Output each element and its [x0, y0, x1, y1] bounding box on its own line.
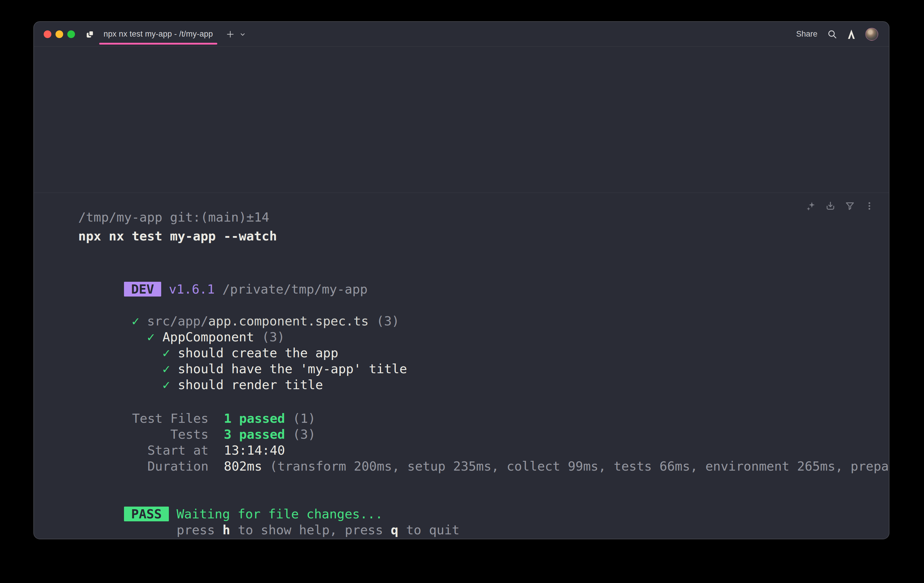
- key-h: h: [223, 522, 230, 537]
- pass-badge: PASS: [124, 507, 169, 521]
- more-vertical-icon[interactable]: [864, 201, 875, 211]
- warp-logo-icon[interactable]: [847, 29, 856, 39]
- minimize-button[interactable]: [56, 30, 63, 38]
- titlebar-right: Share: [796, 28, 878, 41]
- project-path: /private/tmp/my-app: [222, 282, 368, 296]
- dev-server-line: DEVv1.6.1/private/tmp/my-app: [78, 265, 889, 281]
- blocks-icon: [86, 30, 94, 39]
- active-tab-indicator: [99, 43, 217, 44]
- block-actions: [805, 201, 875, 211]
- check-icon: ✓: [162, 346, 170, 360]
- maximize-button[interactable]: [67, 30, 75, 38]
- close-button[interactable]: [44, 30, 51, 38]
- terminal-scrollback: [34, 47, 889, 193]
- check-icon: ✓: [162, 377, 170, 392]
- search-icon[interactable]: [827, 29, 838, 40]
- sparkles-icon[interactable]: [805, 201, 816, 211]
- terminal-window: npx nx test my-app - /t/my-app Share: [33, 21, 889, 539]
- new-tab-button[interactable]: [225, 29, 236, 40]
- titlebar[interactable]: npx nx test my-app - /t/my-app Share: [34, 22, 889, 47]
- tab-active[interactable]: npx nx test my-app - /t/my-app: [99, 22, 217, 46]
- window-controls: [44, 30, 75, 38]
- check-icon: ✓: [132, 314, 139, 328]
- summary-files-line: Test Files1 passed(1): [78, 394, 889, 410]
- check-icon: ✓: [147, 329, 155, 344]
- check-icon: ✓: [162, 361, 170, 376]
- avatar[interactable]: [865, 28, 878, 41]
- pass-status-line: PASSWaiting for file changes...: [78, 490, 889, 506]
- command-line: npx nx test my-app --watch: [78, 228, 889, 244]
- watch-message: Waiting for file changes...: [177, 507, 383, 521]
- download-icon[interactable]: [825, 201, 836, 211]
- share-button[interactable]: Share: [796, 30, 817, 39]
- dev-badge: DEV: [124, 282, 161, 296]
- prompt-line: /tmp/my-app git:(main)±14: [78, 209, 889, 225]
- test-file-line: ✓src/app/app.component.spec.ts(3): [78, 297, 889, 313]
- vitest-version: v1.6.1: [169, 282, 214, 296]
- filter-icon[interactable]: [845, 201, 855, 211]
- command-block: /tmp/my-app git:(main)±14 npx nx test my…: [34, 193, 889, 539]
- tab-title: npx nx test my-app - /t/my-app: [104, 30, 213, 39]
- chevron-down-icon[interactable]: [239, 30, 247, 38]
- key-q: q: [391, 522, 399, 537]
